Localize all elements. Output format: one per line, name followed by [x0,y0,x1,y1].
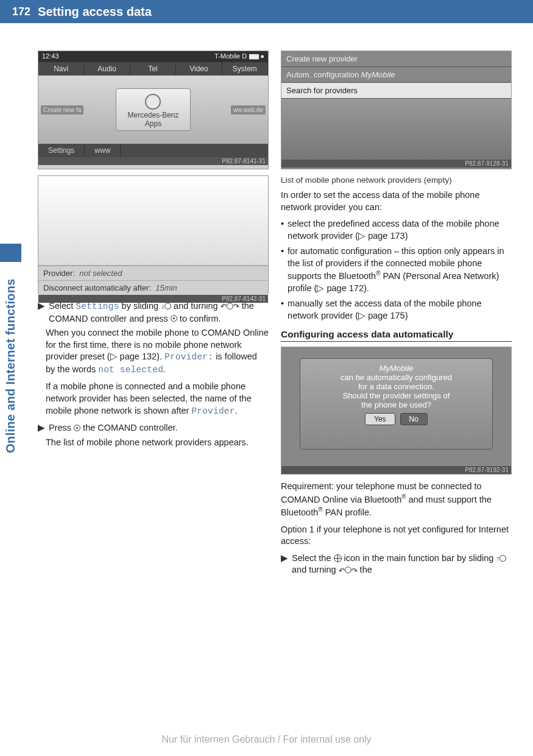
ui-not-selected: not selected [98,365,163,375]
ss3-id: P82.87-9128-31 [281,160,511,168]
ss4-dialog: MyMobile can be automatically configured… [300,358,493,450]
screenshot-auto-config-dialog: MyMobile can be automatically configured… [281,347,512,475]
page-title: Setting access data [38,5,152,19]
bullet-auto-config: • for automatic configuration – this opt… [281,246,512,294]
ss1-left-favorite: Create new fa [41,105,83,115]
controller-icon [499,555,506,562]
ss1-footer-www: www [85,144,121,157]
page-ref-173: ▷ page 173 [358,231,405,241]
ss3-row-search: Search for providers [281,83,511,99]
ss1-id: P82.87-8141-31 [38,157,268,165]
globe-icon [334,554,342,562]
mercedes-logo-icon [145,94,161,110]
ss1-menu: Navi Audio Tel Video System [38,62,268,76]
content-area: 12:43 T-Mobile D ▮▮▮▮ ● Navi Audio Tel V… [0,23,533,579]
ss1-statusbar: 12:43 T-Mobile D ▮▮▮▮ ● [38,51,268,62]
step1-continuation-2: If a mobile phone is connected and a mob… [38,381,269,417]
turn-left-icon: ↶ [221,302,227,311]
controller-icon [164,303,171,309]
ss4-line5: the phone be used? [305,400,487,409]
ss2-id: P82.87-8142-31 [38,295,268,303]
ss1-menu-video: Video [176,62,222,76]
step1-continuation-1: When you connect the mobile phone to COM… [38,327,269,376]
controller-icon [227,303,233,309]
ss4-yes-button: Yes [365,413,395,425]
section-auto-config: Configuring access data automatically [281,329,512,342]
ss3-body [281,99,511,160]
right-column: Create new provider Autom. configuration… [281,51,512,579]
side-tab: Online and Internet functions [0,262,21,469]
ss1-tile-line1: Mercedes-Benz [127,111,178,119]
ss1-footer: Settings www [38,144,268,157]
ss1-menu-navi: Navi [38,62,84,76]
left-column: 12:43 T-Mobile D ▮▮▮▮ ● Navi Audio Tel V… [38,51,269,579]
step2-continuation: The list of mobile phone network provide… [38,437,269,449]
ss4-id: P82.87-9192-31 [281,466,511,474]
ss2-row-disconnect: Disconnect automatically after: 15min [38,280,268,295]
caption-provider-list: List of mobile phone network providers (… [281,175,512,185]
step-select-settings: ▶ Select Settings by sliding ↓ and turni… [38,300,269,325]
bullet-icon: • [281,218,284,242]
ss4-line4: Should the provider settings of [305,391,487,400]
ss1-footer-settings: Settings [38,144,85,157]
ss4-no-button: No [400,413,428,425]
page-header: 172 Setting access data [0,0,533,23]
side-tab-label: Online and Internet functions [4,278,18,453]
controller-icon [345,567,351,573]
bullet-icon: • [281,298,284,322]
page-ref-175: ▷ page 175 [358,311,405,320]
ss2-row-provider: Provider: not selected [38,266,268,280]
screenshot-provider-settings: Provider: not selected Disconnect automa… [38,175,269,294]
ss1-menu-audio: Audio [84,62,130,76]
para-requirement: Requirement: your telephone must be conn… [281,481,512,518]
ui-provider-colon: Provider: [164,352,213,362]
ss1-right-favorite: ww.web.de [231,105,266,115]
screenshot-mb-apps: 12:43 T-Mobile D ▮▮▮▮ ● Navi Audio Tel V… [38,51,269,169]
bullet-predefined: • select the predefined access data of t… [281,218,512,242]
page-number: 172 [12,5,30,18]
ss1-carrier: T-Mobile D ▮▮▮▮ ● [214,52,264,61]
ss1-menu-system: System [222,62,268,76]
ss1-center-tile: Mercedes-Benz Apps [116,88,190,131]
turn-left-icon: ↶ [339,566,345,576]
turn-right-icon: ↷ [233,302,239,311]
press-icon [74,425,80,431]
ss3-row-autom: Autom. configuration MyMobile [281,67,511,83]
page-ref-132: ▷ page 132 [110,352,157,361]
registered-mark: ® [318,506,322,513]
step-marker-icon: ▶ [281,553,288,576]
ss4-line2: can be automatically configured [305,373,487,382]
bullet-manual: • manually set the access data of the mo… [281,298,512,322]
step-marker-icon: ▶ [38,422,45,434]
ss1-body: Create new fa Mercedes-Benz Apps ww.web.… [38,76,268,144]
ss4-line3: for a data connection. [305,382,487,391]
step-press-controller: ▶ Press the COMAND controller. [38,422,269,434]
para-intro: In order to set the access data of the m… [281,189,512,213]
registered-mark: ® [376,270,380,277]
screenshot-provider-list: Create new provider Autom. configuration… [281,51,512,169]
registered-mark: ® [401,493,406,500]
ss2-body [38,176,268,266]
ui-settings: Settings [76,302,119,311]
ss3-row-create: Create new provider [281,51,511,67]
turn-right-icon: ↷ [351,566,358,576]
ss1-menu-tel: Tel [130,62,176,76]
para-option1: Option 1 if your telephone is not yet co… [281,524,512,548]
bullet-icon: • [281,246,284,294]
press-icon [171,315,177,322]
step-marker-icon: ▶ [38,300,45,325]
footer-internal-use: Nur für internen Gebrauch / For internal… [0,734,533,745]
ui-provider: Provider [191,406,235,416]
page-ref-172: ▷ page 172 [317,283,364,293]
ss4-line1: MyMobile [305,364,487,373]
step-select-globe: ▶ Select the icon in the main function b… [281,553,512,576]
ss1-time: 12:43 [42,52,59,61]
ss1-tile-line2: Apps [127,119,178,128]
